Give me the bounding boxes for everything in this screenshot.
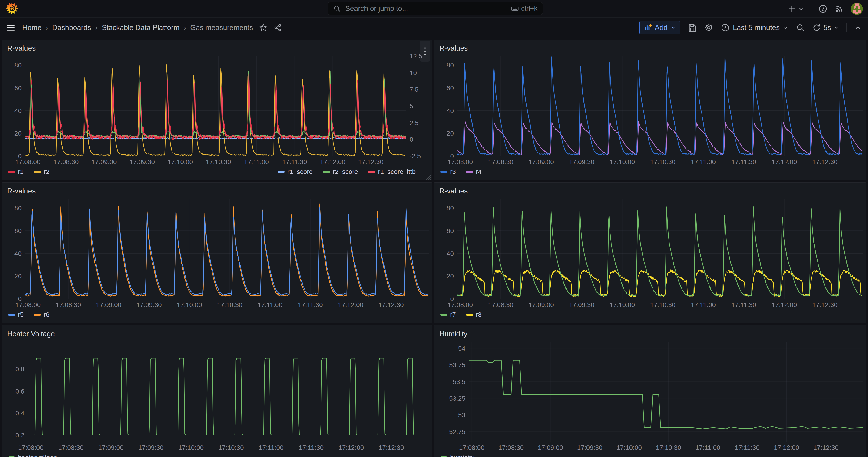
legend-label: r4 xyxy=(476,168,482,176)
search-shortcut: ctrl+k xyxy=(511,5,537,12)
y-tick-label: 0 xyxy=(410,136,413,143)
news-button[interactable] xyxy=(835,4,844,13)
breadcrumb-separator: › xyxy=(95,24,98,32)
plot-area[interactable] xyxy=(28,342,429,441)
refresh-interval-label: 5s xyxy=(824,24,831,32)
save-dashboard-button[interactable] xyxy=(688,23,697,32)
legend: heatervoltage xyxy=(2,452,432,457)
breadcrumb-dashboards[interactable]: Dashboards xyxy=(52,24,91,32)
legend-swatch xyxy=(8,171,15,173)
x-tick-label: 17:08:30 xyxy=(53,158,79,166)
y-tick-label: 80 xyxy=(446,62,454,69)
plot-area[interactable] xyxy=(25,199,429,299)
y-axis-right xyxy=(863,56,866,156)
user-avatar[interactable] xyxy=(851,3,863,15)
breadcrumb-folder[interactable]: Stackable Data Platform xyxy=(102,24,180,32)
legend-item-r1_score[interactable]: r1_score xyxy=(278,168,313,176)
grafana-logo[interactable] xyxy=(6,2,18,15)
x-tick-label: 17:09:30 xyxy=(138,444,164,451)
x-tick-label: 17:08:30 xyxy=(58,444,84,451)
plot-area[interactable] xyxy=(25,56,406,156)
legend-label: r2 xyxy=(44,168,50,176)
x-tick-label: 17:12:30 xyxy=(379,444,404,451)
y-axis-right xyxy=(863,199,866,299)
legend-item-r3[interactable]: r3 xyxy=(440,168,456,176)
plot-area[interactable] xyxy=(458,199,863,299)
legend-swatch xyxy=(278,171,284,173)
search-icon xyxy=(333,5,341,12)
y-tick-label: 40 xyxy=(14,107,22,115)
y-tick-label: 60 xyxy=(446,84,454,92)
new-menu-button[interactable] xyxy=(787,4,804,13)
mega-menu-toggle[interactable] xyxy=(6,23,16,33)
panel-title[interactable]: Heater Voltage xyxy=(7,330,55,338)
favorite-button[interactable] xyxy=(259,24,268,32)
x-tick-label: 17:10:30 xyxy=(206,158,231,166)
y-axis-right xyxy=(429,342,432,441)
legend-item-humidity[interactable]: humidity xyxy=(440,454,474,457)
legend-item-r8[interactable]: r8 xyxy=(466,311,482,318)
x-tick-label: 17:09:30 xyxy=(569,301,594,309)
x-tick-label: 17:12:00 xyxy=(772,158,797,166)
panel-title[interactable]: R-values xyxy=(439,187,468,195)
x-tick-label: 17:08:00 xyxy=(18,444,43,451)
plot-area[interactable] xyxy=(458,56,863,156)
clock-icon xyxy=(721,23,730,32)
share-button[interactable] xyxy=(274,24,282,32)
zoom-out-icon xyxy=(796,23,805,32)
panel-title[interactable]: R-values xyxy=(7,187,36,195)
time-range-picker[interactable]: Last 5 minutes xyxy=(721,23,789,32)
y-tick-label: 53.25 xyxy=(449,395,465,402)
plot-area[interactable] xyxy=(469,342,863,441)
global-search[interactable]: ctrl+k xyxy=(328,2,543,15)
x-axis: 17:08:0017:08:3017:09:0017:09:3017:10:00… xyxy=(458,156,863,167)
help-button[interactable] xyxy=(818,4,828,13)
legend-item-r5[interactable]: r5 xyxy=(8,311,24,318)
add-button[interactable]: Add xyxy=(640,21,680,34)
legend-label: r1_score xyxy=(287,168,313,176)
x-tick-label: 17:09:00 xyxy=(529,301,554,309)
legend-swatch xyxy=(34,313,41,316)
legend-label: r3 xyxy=(450,168,456,176)
x-tick-label: 17:08:00 xyxy=(447,158,473,166)
legend-item-r1[interactable]: r1 xyxy=(8,168,24,176)
legend-item-heatervoltage[interactable]: heatervoltage xyxy=(8,454,57,457)
legend-item-r2[interactable]: r2 xyxy=(34,168,50,176)
y-tick-label: 54 xyxy=(458,345,465,352)
dashboard-settings-button[interactable] xyxy=(704,23,713,32)
y-tick-label: 60 xyxy=(14,84,22,92)
legend-item-r4[interactable]: r4 xyxy=(466,168,482,176)
y-tick-label: 52.75 xyxy=(449,428,465,436)
panel-title[interactable]: R-values xyxy=(7,44,36,53)
refresh-picker[interactable]: 5s xyxy=(812,23,839,32)
collapse-toolbar-button[interactable] xyxy=(854,24,862,32)
y-tick-label: 80 xyxy=(446,205,454,212)
keyboard-icon xyxy=(511,5,519,12)
y-axis-right: -2.502.557.51012.5 xyxy=(406,56,432,156)
hamburger-icon xyxy=(6,23,16,33)
y-tick-label: 7.5 xyxy=(410,86,418,93)
legend-swatch xyxy=(466,313,473,316)
legend-item-r6[interactable]: r6 xyxy=(34,311,50,318)
panel-title[interactable]: R-values xyxy=(439,44,468,53)
breadcrumb-home[interactable]: Home xyxy=(22,24,41,32)
share-icon xyxy=(274,24,282,32)
y-tick-label: 53.75 xyxy=(449,361,465,369)
x-axis: 17:08:0017:08:3017:09:0017:09:3017:10:00… xyxy=(28,441,429,452)
legend-item-r1_score_lttb[interactable]: r1_score_lttb xyxy=(368,168,415,176)
zoom-out-button[interactable] xyxy=(796,23,805,32)
legend-swatch xyxy=(34,171,41,173)
breadcrumb-separator: › xyxy=(184,24,186,32)
breadcrumb: Home › Dashboards › Stackable Data Platf… xyxy=(22,24,253,32)
x-tick-label: 17:11:30 xyxy=(735,444,760,451)
y-axis-left: 0.20.40.60.8 xyxy=(2,342,28,441)
rss-icon xyxy=(835,4,844,13)
y-tick-label: 20 xyxy=(446,130,454,137)
x-tick-label: 17:12:30 xyxy=(812,301,838,309)
panel-title[interactable]: Humidity xyxy=(439,330,467,338)
x-tick-label: 17:11:00 xyxy=(257,301,282,309)
divider xyxy=(846,23,847,32)
legend-item-r2_score[interactable]: r2_score xyxy=(323,168,358,176)
legend-item-r7[interactable]: r7 xyxy=(440,311,456,318)
search-input[interactable] xyxy=(345,4,507,13)
